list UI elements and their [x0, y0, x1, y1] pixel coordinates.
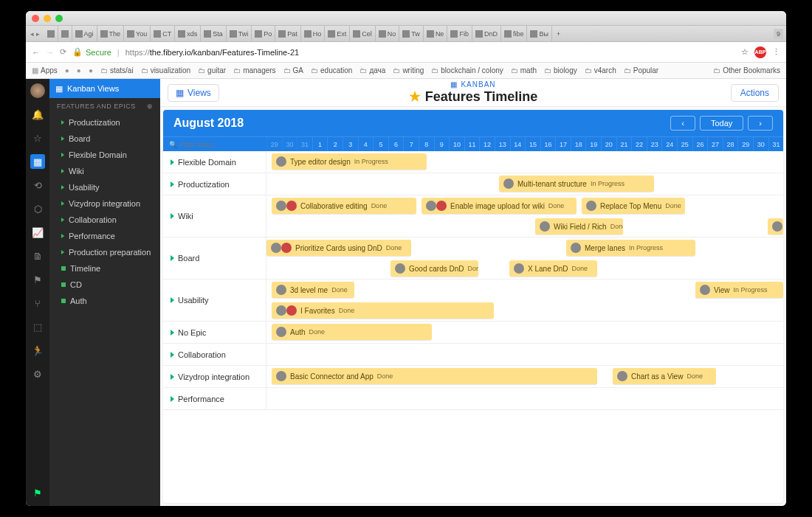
bookmark-folder[interactable]: 🗀v4arch — [585, 66, 616, 74]
timeline-card[interactable]: Replace Top MenuDone — [582, 198, 685, 214]
timeline-card[interactable]: AuthDone — [272, 324, 432, 340]
lane-label[interactable]: Productization — [163, 173, 266, 195]
browser-tab[interactable]: Sta — [201, 26, 227, 41]
day-header[interactable]: 17 — [555, 137, 571, 151]
bookmark-folder[interactable]: 🗀blockchain / colony — [431, 66, 503, 74]
filter-lanes-input[interactable] — [180, 141, 261, 148]
bookmark-item[interactable]: ● — [65, 66, 69, 74]
sidebar-item[interactable]: Flexible Domain — [49, 147, 160, 163]
new-tab-button[interactable]: + — [552, 30, 565, 38]
day-header[interactable]: 18 — [571, 137, 586, 151]
day-header[interactable]: 5 — [373, 137, 388, 151]
bookmark-folder[interactable]: 🗀GA — [283, 66, 303, 74]
timeline-body[interactable]: Flexible DomainType editor designIn Prog… — [163, 151, 783, 503]
star-rail-icon[interactable]: ☆ — [30, 131, 45, 145]
today-button[interactable]: Today — [700, 116, 743, 131]
sidebar-item[interactable]: Wiki — [49, 163, 160, 179]
history-icon[interactable]: ⟲ — [30, 178, 45, 192]
browser-tab[interactable]: Ext — [325, 26, 350, 41]
browser-tab[interactable]: DnD — [472, 26, 501, 41]
sidebar-item[interactable]: Auth — [49, 293, 160, 309]
day-header[interactable]: 1 — [312, 137, 328, 151]
day-header[interactable]: 6 — [388, 137, 404, 151]
day-header[interactable]: 20 — [601, 137, 616, 151]
browser-tab[interactable]: No — [376, 26, 400, 41]
tab-nav-arrows[interactable]: ◂ ▸ — [26, 30, 44, 38]
star-icon[interactable]: ☆ — [741, 47, 749, 57]
timeline-card[interactable]: ViewIn Progress — [695, 282, 783, 298]
day-header[interactable]: 21 — [616, 137, 632, 151]
cube-icon[interactable]: ⬚ — [30, 319, 45, 334]
lane-label[interactable]: Flexible Domain — [163, 151, 266, 173]
browser-tab[interactable] — [44, 26, 58, 41]
lane-label[interactable]: Collaboration — [163, 344, 266, 365]
timeline-card[interactable]: 3d level meDone — [272, 282, 354, 298]
browser-tab[interactable]: Ho — [301, 26, 326, 41]
chart-icon[interactable]: 📈 — [30, 225, 45, 240]
bookmark-folder[interactable]: 🗀visualization — [141, 66, 190, 74]
timeline-card[interactable]: Basic Connector and AppDone — [272, 368, 597, 384]
doc-icon[interactable]: 🗎 — [30, 249, 45, 263]
maximize-window[interactable] — [55, 15, 63, 22]
close-window[interactable] — [32, 15, 39, 22]
day-header[interactable]: 16 — [540, 137, 556, 151]
browser-tab[interactable]: xds — [175, 26, 201, 41]
browser-tab[interactable]: Fib — [447, 26, 472, 41]
minimize-window[interactable] — [44, 15, 51, 22]
next-button[interactable]: › — [748, 116, 773, 131]
timeline-card[interactable]: Type editor designIn Progress — [272, 153, 427, 170]
timeline-card[interactable]: Prioritize Cards using DnDDone — [266, 240, 411, 256]
lane-label[interactable]: No Epic — [163, 322, 266, 343]
day-header[interactable]: 28 — [723, 137, 738, 151]
day-header[interactable]: 4 — [358, 137, 374, 151]
day-header[interactable]: 7 — [403, 137, 419, 151]
lane-label[interactable]: Vizydrop integration — [163, 366, 266, 387]
actions-button[interactable]: Actions — [731, 84, 779, 102]
browser-tab[interactable]: Bы — [527, 26, 551, 41]
sidebar-item[interactable]: Usability — [49, 179, 160, 195]
bookmark-folder[interactable]: 🗀writing — [393, 66, 424, 74]
menu-icon[interactable]: ⋮ — [772, 47, 780, 57]
day-header[interactable]: 29 — [737, 137, 753, 151]
browser-tab[interactable]: Ne — [424, 26, 448, 41]
browser-tab[interactable]: Twi — [227, 26, 252, 41]
sidebar-item[interactable]: Vizydrop integration — [49, 195, 160, 212]
day-header[interactable]: 10 — [449, 137, 464, 151]
browser-tab[interactable]: fibe — [501, 26, 528, 41]
browser-tab[interactable]: Pat — [275, 26, 301, 41]
timeline-card[interactable]: Enable image upload for wikiDone — [422, 198, 577, 214]
day-header[interactable]: 31 — [768, 137, 783, 151]
star-icon[interactable]: ★ — [409, 89, 421, 105]
sidebar-item[interactable]: Performance — [49, 228, 160, 244]
apps-button[interactable]: ▦Apps — [32, 66, 58, 74]
bookmark-folder[interactable]: 🗀guitar — [198, 66, 226, 74]
timeline-card[interactable]: Chart as a ViewDone — [613, 368, 716, 384]
day-header[interactable]: 8 — [419, 137, 434, 151]
timeline-card[interactable]: Collaborative editingDone — [272, 198, 416, 214]
sidebar-item[interactable]: Board — [49, 131, 160, 147]
url-field[interactable]: https://the.fibery.io/kanban/Features-Ti… — [125, 48, 735, 57]
lane-label[interactable]: Wiki — [163, 195, 266, 237]
day-header[interactable]: 15 — [525, 137, 540, 151]
sidebar-header[interactable]: ▦Kanban Views — [49, 79, 160, 98]
sidebar-item[interactable]: Collaboration — [49, 212, 160, 228]
timeline-card[interactable]: Good cards DnDDone — [390, 260, 478, 277]
day-header[interactable]: 29 — [266, 137, 282, 151]
day-header[interactable]: 19 — [585, 137, 601, 151]
browser-tab[interactable]: CT — [151, 26, 175, 41]
hex-icon[interactable]: ⬡ — [30, 201, 45, 216]
day-header[interactable]: 31 — [297, 137, 312, 151]
timeline-card[interactable]: I FavoritesDone — [272, 302, 494, 319]
breadcrumb[interactable]: ▦ KANBAN — [409, 80, 538, 89]
bookmark-item[interactable]: ● — [77, 66, 81, 74]
bookmark-folder[interactable]: 🗀stats/ai — [100, 66, 134, 74]
lane-label[interactable]: Usability — [163, 280, 266, 321]
bookmark-folder[interactable]: 🗀math — [511, 66, 537, 74]
forward-button[interactable]: → — [46, 48, 54, 57]
run-icon[interactable]: 🏃 — [30, 343, 45, 358]
day-header[interactable]: 2 — [327, 137, 343, 151]
timeline-card[interactable]: V — [768, 218, 783, 235]
timeline-card[interactable]: X Lane DnDDone — [509, 260, 597, 277]
add-icon[interactable]: ⊕ — [147, 103, 154, 110]
browser-tab[interactable]: Cel — [350, 26, 376, 41]
